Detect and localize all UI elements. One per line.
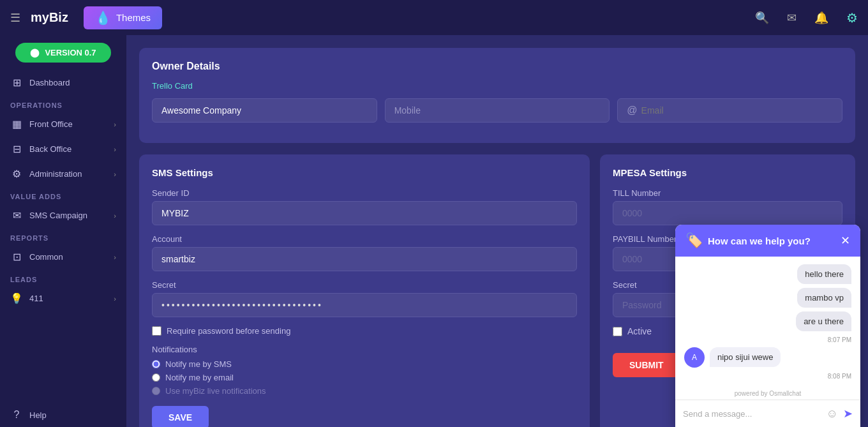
back-office-icon: ⊟ [10,143,23,155]
emoji-icon[interactable]: ☺ [827,407,838,421]
sidebar-item-administration[interactable]: ⚙ Administration › [0,161,126,186]
account-input[interactable] [152,247,577,271]
chat-messages: hello there mambo vp are u there 8:07 PM… [675,257,860,387]
common-icon: ⊡ [10,251,23,263]
chat-input[interactable] [683,409,821,419]
front-office-icon: ▦ [10,118,23,130]
topnav: ☰ myBiz 💧 Themes 🔍 ✉ 🔔 ⚙ [0,0,868,35]
themes-button[interactable]: 💧 Themes [84,6,162,29]
notify-sms-row[interactable]: Notify me by SMS [152,359,577,369]
sidebar-label-dashboard: Dashboard [29,78,116,87]
mpesa-settings-title: MPESA Settings [613,167,842,178]
owner-details-form-row: @ [152,98,842,123]
mobile-input[interactable] [385,98,610,123]
submit-button[interactable]: SUBMIT [613,353,680,377]
chat-header-icon: 🏷️ [685,232,703,249]
sidebar: ⬤ VERSION 0.7 ⊞ Dashboard OPERATIONS ▦ F… [0,35,126,427]
secret-input[interactable] [152,293,577,317]
sidebar-item-411[interactable]: 💡 411 › [0,286,126,311]
sidebar-label-help: Help [29,410,116,420]
sms-campaign-icon: ✉ [10,209,23,221]
administration-icon: ⚙ [10,168,23,180]
sidebar-item-front-office[interactable]: ▦ Front Office › [0,112,126,137]
chat-panel: 🏷️ How can we help you? ✕ hello there ma… [675,225,860,427]
till-label: TILL Number [613,188,842,198]
sidebar-item-help[interactable]: ? Help [0,403,126,427]
account-group: Account [152,234,577,271]
notify-sms-label: Notify me by SMS [165,359,232,369]
chat-input-row: ☺ ➤ [675,400,860,427]
notify-live-label: Use myBiz live notifications [165,386,266,396]
chat-message-are-u-there: are u there [796,311,851,331]
dashboard-icon: ⊞ [10,77,23,89]
sidebar-label-administration: Administration [29,169,107,179]
sidebar-item-dashboard[interactable]: ⊞ Dashboard [0,70,126,95]
version-label: VERSION 0.7 [45,48,96,57]
411-arrow: › [114,295,116,303]
back-office-arrow: › [114,146,116,153]
mail-icon[interactable]: ✉ [787,11,797,25]
secret-group: Secret [152,280,577,317]
help-icon: ? [10,409,23,421]
chat-close-button[interactable]: ✕ [841,234,850,248]
require-password-checkbox-row[interactable]: Require password before sending [152,326,577,336]
sidebar-label-common: Common [29,252,107,262]
chat-header-title: How can we help you? [708,236,835,246]
sms-settings-title: SMS Settings [152,167,577,178]
at-symbol: @ [627,105,637,116]
active-checkbox[interactable] [613,327,622,336]
sidebar-section-reports: REPORTS [0,228,126,244]
sidebar-section-operations: OPERATIONS [0,95,126,112]
leads-icon: 💡 [10,292,23,304]
search-icon[interactable]: 🔍 [755,11,769,25]
send-icon[interactable]: ➤ [843,407,853,421]
sidebar-item-sms-campaign[interactable]: ✉ SMS Campaign › [0,203,126,228]
till-group: TILL Number [613,188,842,225]
chat-header: 🏷️ How can we help you? ✕ [675,225,860,257]
chat-avatar: A [684,347,705,368]
chat-timestamp-1: 8:07 PM [684,336,851,343]
chat-message-nipo-wrap: A nipo sijui wewe [684,347,781,368]
secret-label: Secret [152,280,577,290]
require-password-checkbox[interactable] [152,326,161,336]
owner-details-title: Owner Details [152,61,842,72]
active-label: Active [627,326,652,336]
sms-settings-panel: SMS Settings Sender ID MYBIZ Account Sec… [139,154,590,427]
email-input[interactable] [641,105,833,116]
sidebar-section-leads: LEADS [0,269,126,286]
sender-id-value: MYBIZ [152,201,577,225]
version-button[interactable]: ⬤ VERSION 0.7 [15,43,111,63]
notify-live-radio[interactable] [152,387,160,395]
notify-sms-radio[interactable] [152,360,160,368]
account-label: Account [152,234,577,244]
notify-email-label: Notify me by email [165,373,234,382]
themes-drop-icon: 💧 [95,10,111,26]
common-arrow: › [114,253,116,261]
sidebar-item-common[interactable]: ⊡ Common › [0,244,126,269]
app-logo: myBiz [31,10,68,25]
email-input-wrap: @ [617,98,842,123]
notify-email-radio[interactable] [152,373,160,382]
chat-message-hello-there: hello there [797,264,851,284]
save-button[interactable]: SAVE [152,406,209,427]
notify-email-row[interactable]: Notify me by email [152,373,577,382]
gear-icon[interactable]: ⚙ [846,10,858,26]
bell-icon[interactable]: 🔔 [814,11,828,25]
till-input[interactable] [613,201,842,225]
sidebar-item-back-office[interactable]: ⊟ Back Office › [0,137,126,161]
trello-card-link[interactable]: Trello Card [152,81,193,91]
chat-message-mambo-vp: mambo vp [797,288,851,308]
require-password-label: Require password before sending [167,326,290,336]
front-office-arrow: › [114,121,116,128]
sidebar-label-411: 411 [29,294,107,303]
notifications-label: Notifications [152,345,577,354]
version-gh-icon: ⬤ [30,48,40,57]
sms-campaign-arrow: › [114,212,116,220]
notify-live-row[interactable]: Use myBiz live notifications [152,386,577,396]
owner-details-card: Owner Details Trello Card @ [139,48,855,143]
hamburger-icon[interactable]: ☰ [10,11,20,25]
sender-id-group: Sender ID MYBIZ [152,188,577,225]
company-input[interactable] [152,98,377,123]
chat-timestamp-2: 8:08 PM [684,373,851,380]
administration-arrow: › [114,170,116,178]
